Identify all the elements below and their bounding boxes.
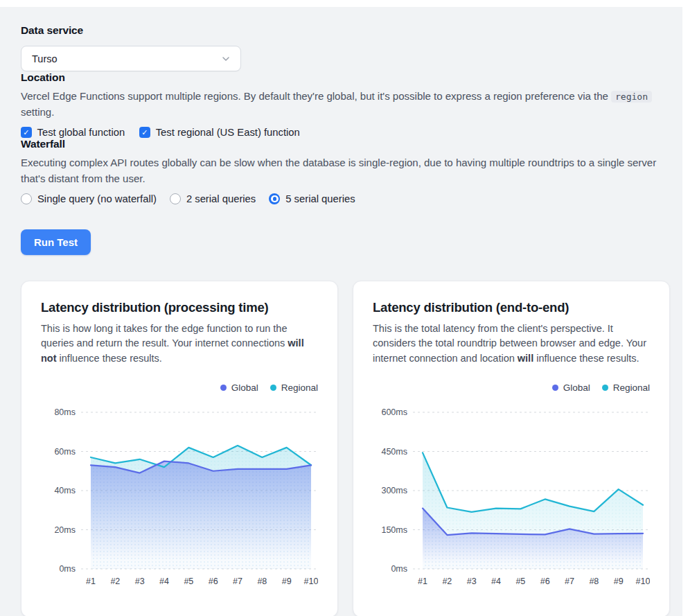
svg-text:#4: #4 <box>159 577 169 586</box>
chart-description: This is how long it takes for the edge f… <box>41 322 318 366</box>
radio-5-serial-queries[interactable]: 5 serial queries <box>269 193 355 204</box>
svg-text:#7: #7 <box>233 577 242 586</box>
processing-time-area-chart: 0ms20ms40ms60ms80ms#1#2#3#4#5#6#7#8#9#10 <box>41 398 318 588</box>
data-service-select[interactable]: Turso <box>21 46 241 71</box>
radio-2-serial-queries[interactable]: 2 serial queries <box>170 193 256 204</box>
location-heading: Location <box>21 71 662 84</box>
svg-text:#3: #3 <box>135 577 145 586</box>
checkbox-icon[interactable]: ✓ <box>139 127 150 138</box>
checkbox-label: Test global function <box>37 127 125 138</box>
chart-description-text: This is how long it takes for the edge f… <box>41 323 288 349</box>
radio-icon[interactable] <box>21 193 32 204</box>
data-service-heading: Data service <box>21 24 662 37</box>
legend-item-global: Global <box>220 382 258 393</box>
global-series-dot-icon <box>220 385 227 391</box>
svg-text:#9: #9 <box>614 577 624 586</box>
radio-label: 2 serial queries <box>186 193 256 204</box>
svg-text:#3: #3 <box>467 577 477 586</box>
svg-text:#2: #2 <box>442 577 452 586</box>
legend-label: Regional <box>281 382 318 393</box>
svg-text:#6: #6 <box>209 577 218 586</box>
browser-canvas: Data service Turso Location Vercel Edge … <box>0 0 697 616</box>
chart-description-bold: will <box>518 353 533 364</box>
legend-item-regional: Regional <box>270 382 318 393</box>
end-to-end-area-chart: 0ms150ms300ms450ms600ms#1#2#3#4#5#6#7#8#… <box>373 398 650 588</box>
svg-text:#6: #6 <box>540 577 550 586</box>
radio-single-query[interactable]: Single query (no waterfall) <box>21 193 157 204</box>
svg-text:0ms: 0ms <box>391 564 407 574</box>
legend-label: Regional <box>613 382 650 393</box>
location-description-text: Vercel Edge Functions support multiple r… <box>21 90 611 102</box>
end-to-end-card: Latency distribution (end-to-end) This i… <box>353 281 670 616</box>
svg-text:0ms: 0ms <box>59 564 76 574</box>
regional-series-dot-icon <box>270 385 276 391</box>
svg-text:300ms: 300ms <box>381 486 407 495</box>
location-description-tail: setting. <box>21 106 54 118</box>
chart-legend: Global Regional <box>373 382 650 393</box>
checkbox-test-global-function[interactable]: ✓ Test global function <box>21 127 125 138</box>
chart-legend: Global Regional <box>41 382 318 393</box>
legend-item-regional: Regional <box>602 382 650 393</box>
run-test-button[interactable]: Run Test <box>21 229 91 255</box>
svg-text:#5: #5 <box>515 577 525 586</box>
checkbox-label: Test regional (US East) function <box>156 127 300 138</box>
charts-row: Latency distribution (processing time) T… <box>21 281 662 616</box>
global-series-dot-icon <box>552 385 558 391</box>
legend-label: Global <box>563 382 590 393</box>
svg-text:#2: #2 <box>110 577 120 586</box>
chart-description-tail: influence these results. <box>57 353 162 364</box>
svg-text:450ms: 450ms <box>381 446 407 456</box>
chart-title: Latency distribution (processing time) <box>41 300 318 315</box>
checkbox-icon[interactable]: ✓ <box>21 127 32 138</box>
radio-icon[interactable] <box>170 193 181 204</box>
waterfall-heading: Waterfall <box>21 138 662 150</box>
waterfall-description: Executing complex API routes globally ca… <box>21 155 662 186</box>
svg-text:#9: #9 <box>282 577 292 586</box>
svg-text:#1: #1 <box>86 577 96 586</box>
regional-series-dot-icon <box>602 385 608 391</box>
svg-text:600ms: 600ms <box>381 407 407 417</box>
svg-text:#8: #8 <box>257 577 267 586</box>
svg-text:#8: #8 <box>589 577 599 586</box>
chart-description: This is the total latency from the clien… <box>373 322 650 366</box>
radio-icon[interactable] <box>269 193 280 204</box>
svg-text:#10: #10 <box>636 577 650 586</box>
location-description: Vercel Edge Functions support multiple r… <box>21 89 662 120</box>
svg-text:#10: #10 <box>304 577 318 586</box>
latency-test-page: Data service Turso Location Vercel Edge … <box>0 7 682 616</box>
svg-text:150ms: 150ms <box>381 525 407 534</box>
data-service-selected-value: Turso <box>32 53 58 64</box>
region-code-token: region <box>611 91 652 103</box>
svg-text:40ms: 40ms <box>54 486 76 495</box>
svg-text:80ms: 80ms <box>54 407 76 417</box>
processing-time-card: Latency distribution (processing time) T… <box>21 281 338 616</box>
chevron-down-icon <box>220 53 231 64</box>
svg-text:60ms: 60ms <box>54 446 76 456</box>
radio-label: Single query (no waterfall) <box>37 193 157 204</box>
legend-item-global: Global <box>552 382 590 393</box>
svg-text:#7: #7 <box>565 577 574 586</box>
location-checkbox-row: ✓ Test global function ✓ Test regional (… <box>21 127 662 138</box>
chart-description-tail: influence these results. <box>533 353 639 364</box>
checkbox-test-regional-function[interactable]: ✓ Test regional (US East) function <box>139 127 300 138</box>
radio-label: 5 serial queries <box>285 193 355 204</box>
svg-text:#4: #4 <box>491 577 501 586</box>
legend-label: Global <box>231 382 258 393</box>
waterfall-radio-row: Single query (no waterfall) 2 serial que… <box>21 193 662 204</box>
chart-title: Latency distribution (end-to-end) <box>373 300 650 315</box>
svg-text:#5: #5 <box>184 577 193 586</box>
svg-text:20ms: 20ms <box>54 525 76 534</box>
svg-text:#1: #1 <box>418 577 427 586</box>
